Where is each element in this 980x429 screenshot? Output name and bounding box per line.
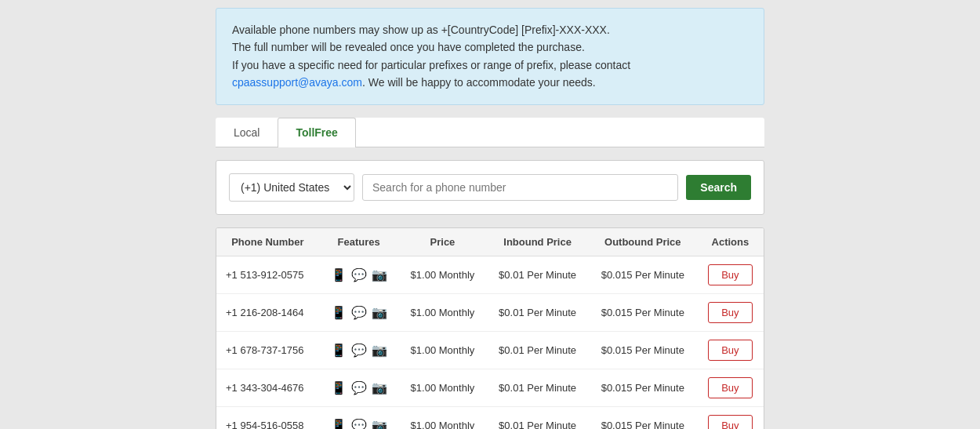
buy-button-1[interactable]: Buy	[708, 302, 752, 323]
sms-icon: 💬	[351, 380, 367, 395]
cell-outbound-1: $0.015 Per Minute	[589, 293, 697, 331]
search-panel: (+1) United States Search	[216, 160, 764, 215]
cell-outbound-3: $0.015 Per Minute	[589, 369, 697, 406]
cell-number-4: +1 954-516-0558	[216, 406, 319, 429]
cell-actions-0: Buy	[697, 256, 764, 293]
col-inbound: Inbound Price	[486, 228, 588, 256]
cell-outbound-2: $0.015 Per Minute	[589, 331, 697, 369]
cell-number-2: +1 678-737-1756	[216, 331, 319, 369]
cell-features-0: 📱 💬 📷	[319, 256, 399, 293]
mms-icon: 📷	[372, 343, 387, 358]
main-container: Available phone numbers may show up as +…	[216, 8, 764, 429]
search-button[interactable]: Search	[686, 175, 751, 200]
tab-tollfree[interactable]: TollFree	[278, 118, 355, 147]
cell-actions-3: Buy	[697, 369, 764, 406]
info-line2: The full number will be revealed once yo…	[232, 41, 585, 53]
sms-icon: 💬	[351, 267, 367, 282]
buy-button-3[interactable]: Buy	[708, 377, 752, 398]
sms-icon: 💬	[351, 418, 367, 429]
tabs-container: Local TollFree	[216, 118, 764, 147]
table-row: +1 678-737-1756 📱 💬 📷 $1.00 Monthly $0.0…	[216, 331, 764, 369]
phone-icon: 📱	[331, 343, 347, 358]
cell-outbound-0: $0.015 Per Minute	[589, 256, 697, 293]
cell-price-3: $1.00 Monthly	[398, 369, 486, 406]
cell-price-1: $1.00 Monthly	[398, 293, 486, 331]
info-line3: If you have a specific need for particul…	[232, 59, 630, 71]
mms-icon: 📷	[372, 380, 387, 395]
info-line1: Available phone numbers may show up as +…	[232, 24, 610, 36]
cell-price-2: $1.00 Monthly	[398, 331, 486, 369]
cell-features-4: 📱 💬 📷	[319, 406, 399, 429]
buy-button-2[interactable]: Buy	[708, 340, 752, 361]
phone-icon: 📱	[331, 418, 347, 429]
phone-icon: 📱	[331, 267, 347, 282]
cell-inbound-1: $0.01 Per Minute	[486, 293, 588, 331]
cell-price-4: $1.00 Monthly	[398, 406, 486, 429]
search-input[interactable]	[362, 174, 678, 201]
cell-features-3: 📱 💬 📷	[319, 369, 399, 406]
cell-inbound-2: $0.01 Per Minute	[486, 331, 588, 369]
col-price: Price	[398, 228, 486, 256]
phone-icon: 📱	[331, 380, 347, 395]
phone-numbers-table: Phone Number Features Price Inbound Pric…	[216, 227, 764, 429]
cell-price-0: $1.00 Monthly	[398, 256, 486, 293]
cell-number-0: +1 513-912-0575	[216, 256, 319, 293]
table-header-row: Phone Number Features Price Inbound Pric…	[216, 228, 764, 256]
info-line4: . We will be happy to accommodate your n…	[362, 76, 596, 89]
table-row: +1 343-304-4676 📱 💬 📷 $1.00 Monthly $0.0…	[216, 369, 764, 406]
cell-number-3: +1 343-304-4676	[216, 369, 319, 406]
tab-local[interactable]: Local	[216, 118, 278, 147]
country-select[interactable]: (+1) United States	[229, 173, 354, 202]
buy-button-0[interactable]: Buy	[708, 264, 752, 285]
cell-features-1: 📱 💬 📷	[319, 293, 399, 331]
cell-actions-4: Buy	[697, 406, 764, 429]
col-phone-number: Phone Number	[216, 228, 319, 256]
cell-features-2: 📱 💬 📷	[319, 331, 399, 369]
mms-icon: 📷	[372, 267, 387, 282]
cell-inbound-0: $0.01 Per Minute	[486, 256, 588, 293]
info-box: Available phone numbers may show up as +…	[216, 8, 764, 105]
table-row: +1 954-516-0558 📱 💬 📷 $1.00 Monthly $0.0…	[216, 406, 764, 429]
cell-inbound-4: $0.01 Per Minute	[486, 406, 588, 429]
col-features: Features	[319, 228, 399, 256]
col-actions: Actions	[697, 228, 764, 256]
cell-actions-1: Buy	[697, 293, 764, 331]
table-row: +1 513-912-0575 📱 💬 📷 $1.00 Monthly $0.0…	[216, 256, 764, 293]
table-row: +1 216-208-1464 📱 💬 📷 $1.00 Monthly $0.0…	[216, 293, 764, 331]
buy-button-4[interactable]: Buy	[708, 415, 752, 429]
sms-icon: 💬	[351, 305, 367, 320]
sms-icon: 💬	[351, 343, 367, 358]
cell-number-1: +1 216-208-1464	[216, 293, 319, 331]
cell-outbound-4: $0.015 Per Minute	[589, 406, 697, 429]
phone-icon: 📱	[331, 305, 347, 320]
support-email[interactable]: cpaassupport@avaya.com	[232, 76, 362, 89]
col-outbound: Outbound Price	[589, 228, 697, 256]
cell-actions-2: Buy	[697, 331, 764, 369]
mms-icon: 📷	[372, 418, 387, 429]
cell-inbound-3: $0.01 Per Minute	[486, 369, 588, 406]
mms-icon: 📷	[372, 305, 387, 320]
